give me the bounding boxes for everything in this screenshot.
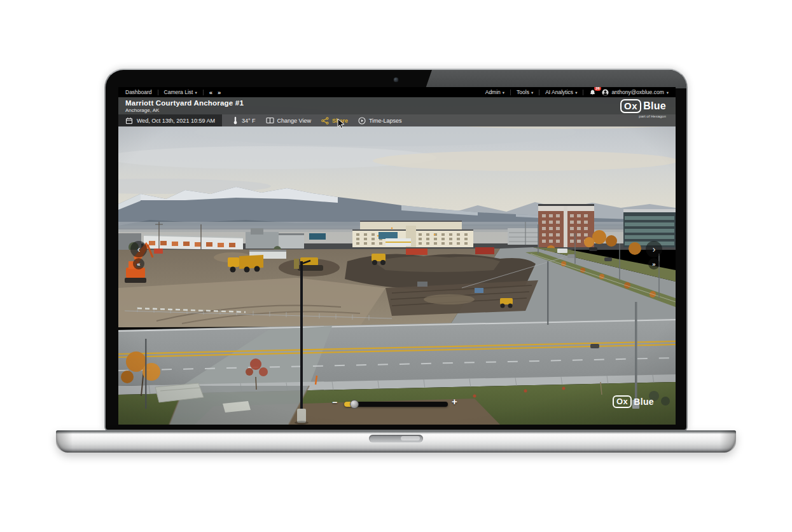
chevron-right-icon: › [653,244,656,254]
calendar-icon [125,117,133,125]
oxblue-logo-line: Ox Blue [620,99,666,113]
top-nav-bar: Dashboard Camera List ▾ « » Admin ▾ Tool… [118,87,676,97]
nav-divider [583,90,583,95]
zoom-in-button[interactable]: + [452,396,457,407]
nav-right-group: Admin ▾ Tools ▾ AI Analytics ▾ [485,89,669,96]
camera-pager: « » [209,89,221,96]
thermometer-icon [232,116,239,125]
temperature-display: 34° F [232,116,256,125]
prev-camera-button[interactable]: « [209,89,212,96]
zoom-slider-track[interactable] [344,402,448,407]
nav-tools-label: Tools [517,89,529,95]
account-email-label: anthony@oxblue.com [611,89,663,95]
camera-title: Marriott Courtyard Anchorage #1 [125,99,669,107]
photo-fast-prev-button[interactable]: « [133,258,144,269]
change-view-button[interactable]: Change View [266,117,311,124]
laptop-base-notch [369,435,423,442]
nav-camera-list[interactable]: Camera List ▾ [164,89,197,95]
header-overlay: Marriott Courtyard Anchorage #1 Anchorag… [118,97,676,126]
nav-dashboard-label: Dashboard [125,89,152,95]
zoom-slider-handle[interactable] [350,400,359,409]
nav-ai-analytics-label: AI Analytics [545,89,573,95]
caret-down-icon: ▾ [195,90,197,95]
oxblue-logo-blue: Blue [643,100,666,112]
camera-location: Anchorage, AK [125,107,669,113]
nav-camera-list-label: Camera List [164,89,193,95]
time-lapses-button[interactable]: Time-Lapses [358,117,402,125]
notifications-button[interactable]: 26 [589,89,596,96]
photo-fast-next-button[interactable]: » [648,258,660,269]
nav-admin-label: Admin [485,89,501,95]
photo-next-button[interactable]: › [646,241,662,257]
laptop-base [56,430,736,453]
temperature-label: 34° F [242,118,256,124]
share-button[interactable]: Share [321,117,348,125]
nav-ai-analytics[interactable]: AI Analytics ▾ [545,89,577,95]
oxblue-logo-ox: Ox [620,99,641,113]
date-picker-button[interactable]: Wed, Oct 13th, 2021 10:59 AM [118,114,222,126]
nav-dashboard[interactable]: Dashboard [125,89,152,95]
app-screen: Dashboard Camera List ▾ « » Admin ▾ Tool… [118,87,676,425]
oxblue-tagline: part of Hexagon [620,114,666,118]
zoom-out-button[interactable]: − [332,397,337,407]
oxblue-watermark-ox: Ox [613,395,632,408]
user-icon [602,89,609,96]
notification-count-badge: 26 [594,87,602,91]
caret-down-icon: ▾ [575,90,577,95]
account-menu[interactable]: anthony@oxblue.com ▾ [602,89,669,96]
nav-divider [510,90,511,95]
oxblue-watermark-blue: Blue [634,397,654,407]
nav-divider [539,90,539,95]
nav-admin[interactable]: Admin ▾ [485,89,504,95]
caret-down-icon: ▾ [531,90,533,95]
camera-toolbar: Wed, Oct 13th, 2021 10:59 AM 34° F [118,114,676,126]
page: Dashboard Camera List ▾ « » Admin ▾ Tool… [0,0,792,532]
double-chevron-right-icon: » [652,261,655,268]
chevron-left-icon: ‹ [137,244,141,254]
photo-prev-button[interactable]: ‹ [130,241,147,257]
time-lapses-label: Time-Lapses [369,118,402,124]
caret-down-icon: ▾ [503,90,504,95]
nav-divider [158,90,158,95]
oxblue-logo: Ox Blue part of Hexagon [620,99,666,118]
webcam-dot [394,78,398,82]
change-view-label: Change View [277,118,311,124]
date-label: Wed, Oct 13th, 2021 10:59 AM [137,118,215,124]
bezel-gloss-highlight [426,70,686,88]
nav-tools[interactable]: Tools ▾ [517,89,533,95]
play-circle-icon [358,117,366,125]
oxblue-watermark: Ox Blue [613,395,654,408]
change-view-icon [266,117,274,124]
camera-title-block: Marriott Courtyard Anchorage #1 Anchorag… [118,97,676,114]
caret-down-icon: ▾ [667,90,669,95]
nav-divider [203,90,204,95]
double-chevron-left-icon: « [137,261,140,268]
share-icon [321,117,329,125]
next-camera-button[interactable]: » [218,89,221,96]
share-label: Share [332,118,348,124]
camera-photo[interactable] [118,97,676,425]
